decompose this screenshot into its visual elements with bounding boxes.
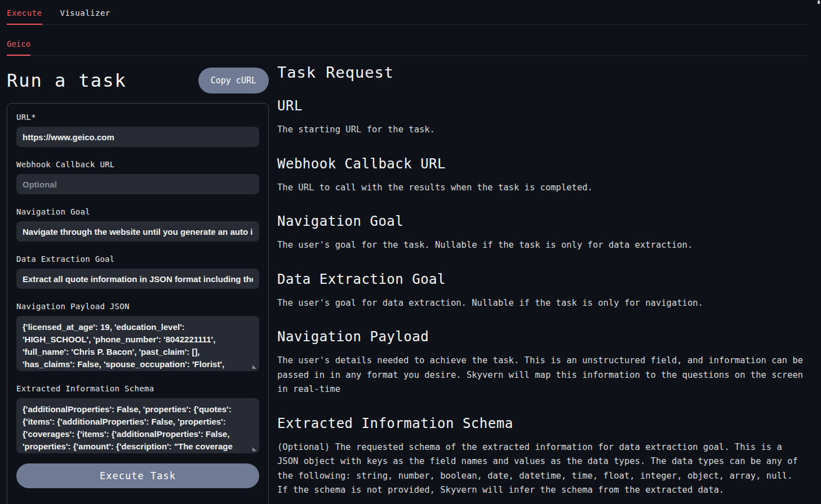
doc-heading-url: URL bbox=[277, 98, 807, 114]
doc-body-url: The starting URL for the task. bbox=[277, 123, 806, 137]
doc-body-webhook: The URL to call with the results when th… bbox=[277, 181, 806, 195]
doc-body-data-extraction-goal: The user's goal for data extraction. Nul… bbox=[277, 296, 806, 311]
doc-heading-navigation-goal: Navigation Goal bbox=[277, 213, 807, 229]
doc-body-navigation-goal: The user's goal for the task. Nullable i… bbox=[277, 238, 806, 253]
doc-heading-navigation-payload: Navigation Payload bbox=[277, 329, 807, 345]
navigation-goal-label: Navigation Goal bbox=[16, 207, 259, 216]
extracted-schema-label: Extracted Information Schema bbox=[16, 384, 259, 393]
sub-tab-bar: Geico bbox=[7, 25, 807, 56]
data-extraction-goal-input[interactable] bbox=[16, 269, 259, 289]
navigation-payload-label: Navigation Payload JSON bbox=[16, 302, 259, 311]
scrollbar-thumb[interactable] bbox=[818, 1, 820, 4]
data-extraction-goal-label: Data Extraction Goal bbox=[16, 255, 259, 264]
extracted-schema-wrap: {'additionalProperties': False, 'propert… bbox=[16, 398, 259, 453]
form-header: Run a task Copy cURL bbox=[7, 66, 269, 95]
webhook-label: Webhook Callback URL bbox=[16, 160, 259, 169]
doc-heading-data-extraction-goal: Data Extraction Goal bbox=[277, 271, 807, 287]
copy-curl-button[interactable]: Copy cURL bbox=[198, 68, 269, 93]
main-tab-bar: Execute Visualizer bbox=[7, 0, 807, 25]
doc-body-navigation-payload: The user's details needed to achieve the… bbox=[277, 354, 806, 397]
navigation-payload-wrap: {'licensed_at_age': 19, 'education_level… bbox=[16, 316, 259, 371]
main-content: Run a task Copy cURL URL* Webhook Callba… bbox=[0, 56, 821, 504]
navigation-goal-input[interactable] bbox=[16, 221, 259, 242]
resize-handle-icon[interactable] bbox=[252, 365, 256, 369]
subtab-geico[interactable]: Geico bbox=[7, 25, 30, 56]
url-label: URL* bbox=[16, 113, 259, 122]
extracted-schema-textarea[interactable]: {'additionalProperties': False, 'propert… bbox=[16, 398, 259, 453]
doc-heading-webhook: Webhook Callback URL bbox=[277, 156, 807, 172]
url-input[interactable] bbox=[16, 127, 259, 147]
tab-visualizer[interactable]: Visualizer bbox=[60, 0, 110, 24]
doc-body-extracted-schema: (Optional) The requested schema of the e… bbox=[277, 440, 806, 498]
resize-handle-icon[interactable] bbox=[252, 447, 256, 451]
doc-heading-extracted-schema: Extracted Information Schema bbox=[277, 416, 807, 431]
execute-task-button[interactable]: Execute Task bbox=[16, 463, 259, 488]
task-form-panel: Run a task Copy cURL URL* Webhook Callba… bbox=[7, 56, 269, 504]
docs-title: Task Request bbox=[277, 64, 807, 81]
tab-execute[interactable]: Execute bbox=[7, 0, 42, 25]
task-request-docs: Task Request URL The starting URL for th… bbox=[277, 56, 807, 498]
task-form-card: URL* Webhook Callback URL Navigation Goa… bbox=[7, 103, 269, 504]
webhook-input[interactable] bbox=[16, 174, 259, 194]
navigation-payload-textarea[interactable]: {'licensed_at_age': 19, 'education_level… bbox=[16, 316, 259, 371]
page-title: Run a task bbox=[7, 70, 127, 91]
